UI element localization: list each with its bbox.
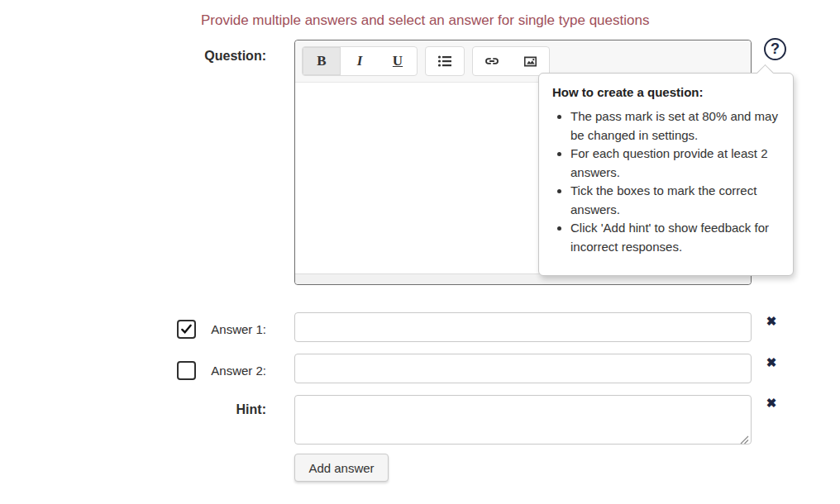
delete-answer-1-button[interactable]: ✖ (764, 314, 779, 329)
toolbar-group-list (425, 46, 465, 76)
hint-label: Hint: (150, 402, 266, 417)
toolbar-group-text-format: B I U (302, 46, 418, 76)
bullet-list-icon (437, 54, 452, 69)
hint-textarea[interactable] (294, 395, 752, 445)
link-button[interactable] (473, 47, 511, 75)
help-tooltip: How to create a question: The pass mark … (538, 73, 794, 276)
help-icon[interactable]: ? (764, 38, 786, 60)
bold-button[interactable]: B (303, 47, 341, 75)
question-label: Question: (150, 49, 266, 64)
resize-handle-icon[interactable] (740, 433, 749, 442)
tooltip-arrow (756, 64, 774, 82)
tooltip-item: For each question provide at least 2 ans… (570, 145, 780, 182)
delete-answer-2-button[interactable]: ✖ (764, 355, 779, 370)
bullet-list-button[interactable] (426, 47, 464, 75)
tooltip-item: Click 'Add hint' to show feedback for in… (570, 219, 780, 256)
answer-1-input[interactable] (294, 312, 752, 342)
image-icon (523, 54, 538, 69)
instruction-text: Provide multiple answers and select an a… (201, 12, 649, 29)
question-builder-page: Provide multiple answers and select an a… (0, 0, 840, 504)
answer-1-label: Answer 1: (150, 322, 266, 336)
underline-icon: U (393, 53, 403, 69)
link-icon (484, 53, 500, 69)
bold-icon: B (317, 53, 326, 69)
image-button[interactable] (511, 47, 549, 75)
underline-button[interactable]: U (379, 47, 417, 75)
italic-button[interactable]: I (341, 47, 379, 75)
toolbar-group-insert (472, 46, 550, 76)
tooltip-list: The pass mark is set at 80% and may be c… (570, 107, 780, 256)
answer-2-input[interactable] (294, 354, 752, 383)
add-answer-button[interactable]: Add answer (294, 454, 389, 482)
tooltip-item: The pass mark is set at 80% and may be c… (570, 107, 780, 145)
tooltip-item: Tick the boxes to mark the correct answe… (570, 182, 780, 219)
delete-hint-button[interactable]: ✖ (764, 396, 779, 411)
tooltip-title: How to create a question: (552, 85, 780, 99)
answer-2-label: Answer 2: (150, 364, 266, 378)
italic-icon: I (357, 53, 363, 69)
